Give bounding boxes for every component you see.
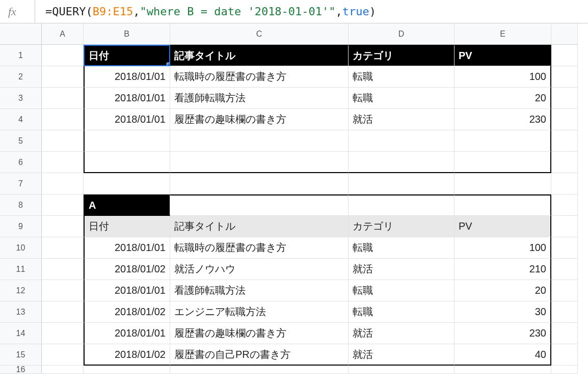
- cell-D9[interactable]: カテゴリ: [349, 216, 455, 237]
- cell-B6[interactable]: [84, 152, 170, 173]
- row-header-5[interactable]: 5: [0, 130, 42, 152]
- row-header-12[interactable]: 12: [0, 280, 42, 301]
- cell-C3[interactable]: 看護師転職方法: [170, 88, 349, 109]
- cell-D3[interactable]: 転職: [349, 88, 455, 109]
- cell-C14[interactable]: 履歴書の趣味欄の書き方: [170, 323, 349, 344]
- row-header-7[interactable]: 7: [0, 173, 42, 194]
- cell-D4[interactable]: 就活: [349, 109, 455, 130]
- row-header-8[interactable]: 8: [0, 194, 42, 216]
- cell-A7[interactable]: [42, 173, 84, 194]
- cell-D16[interactable]: [349, 366, 455, 374]
- cell-E2[interactable]: 100: [455, 66, 551, 88]
- cell-C15[interactable]: 履歴書の自己PRの書き方: [170, 344, 349, 366]
- cell-D5[interactable]: [349, 130, 455, 152]
- cell-F1[interactable]: [551, 45, 578, 66]
- cell-A2[interactable]: [42, 66, 84, 88]
- row-header-6[interactable]: 6: [0, 152, 42, 173]
- cell-D6[interactable]: [349, 152, 455, 173]
- row-header-2[interactable]: 2: [0, 66, 42, 88]
- cell-C6[interactable]: [170, 152, 349, 173]
- cell-C1[interactable]: 記事タイトル: [170, 45, 349, 66]
- cell-A3[interactable]: [42, 88, 84, 109]
- cell-C16[interactable]: [170, 366, 349, 374]
- cell-E3[interactable]: 20: [455, 88, 551, 109]
- cell-D7[interactable]: [349, 173, 455, 194]
- cell-C5[interactable]: [170, 130, 349, 152]
- row-header-13[interactable]: 13: [0, 301, 42, 323]
- formula-input[interactable]: =QUERY(B9:E15,"where B = date '2018-01-0…: [35, 0, 376, 23]
- cell-E4[interactable]: 230: [455, 109, 551, 130]
- cell-A11[interactable]: [42, 259, 84, 280]
- cell-F13[interactable]: [551, 301, 578, 323]
- cell-F16[interactable]: [551, 366, 578, 374]
- cell-E8[interactable]: [455, 194, 551, 216]
- cell-B9[interactable]: 日付: [84, 216, 170, 237]
- cell-A15[interactable]: [42, 344, 84, 366]
- cell-C7[interactable]: [170, 173, 349, 194]
- cell-B16[interactable]: [84, 366, 170, 374]
- cell-C12[interactable]: 看護師転職方法: [170, 280, 349, 301]
- cell-B14[interactable]: 2018/01/01: [84, 323, 170, 344]
- row-header-14[interactable]: 14: [0, 323, 42, 344]
- select-all-corner[interactable]: [0, 23, 42, 45]
- row-header-10[interactable]: 10: [0, 237, 42, 259]
- cell-D15[interactable]: 就活: [349, 344, 455, 366]
- cell-A10[interactable]: [42, 237, 84, 259]
- cell-B13[interactable]: 2018/01/02: [84, 301, 170, 323]
- cell-E16[interactable]: [455, 366, 551, 374]
- cell-E12[interactable]: 20: [455, 280, 551, 301]
- cell-E14[interactable]: 230: [455, 323, 551, 344]
- cell-A16[interactable]: [42, 366, 84, 374]
- cell-F2[interactable]: [551, 66, 578, 88]
- cell-B7[interactable]: [84, 173, 170, 194]
- cell-A1[interactable]: [42, 45, 84, 66]
- cell-E7[interactable]: [455, 173, 551, 194]
- cell-F9[interactable]: [551, 216, 578, 237]
- cell-F12[interactable]: [551, 280, 578, 301]
- cell-B10[interactable]: 2018/01/01: [84, 237, 170, 259]
- cell-F4[interactable]: [551, 109, 578, 130]
- cell-B2[interactable]: 2018/01/01: [84, 66, 170, 88]
- row-header-15[interactable]: 15: [0, 344, 42, 366]
- col-header-B[interactable]: B: [84, 23, 170, 45]
- cell-B11[interactable]: 2018/01/02: [84, 259, 170, 280]
- cell-B15[interactable]: 2018/01/02: [84, 344, 170, 366]
- col-header-E[interactable]: E: [455, 23, 551, 45]
- cell-E5[interactable]: [455, 130, 551, 152]
- spreadsheet-grid[interactable]: A B C D E 1 日付 記事タイトル カテゴリ PV 2 2018/01/…: [0, 23, 588, 387]
- col-header-A[interactable]: A: [42, 23, 84, 45]
- cell-B4[interactable]: 2018/01/01: [84, 109, 170, 130]
- cell-E15[interactable]: 40: [455, 344, 551, 366]
- cell-C9[interactable]: 記事タイトル: [170, 216, 349, 237]
- cell-E11[interactable]: 210: [455, 259, 551, 280]
- cell-F6[interactable]: [551, 152, 578, 173]
- row-header-11[interactable]: 11: [0, 259, 42, 280]
- cell-F14[interactable]: [551, 323, 578, 344]
- cell-D1[interactable]: カテゴリ: [349, 45, 455, 66]
- cell-A5[interactable]: [42, 130, 84, 152]
- cell-D14[interactable]: 就活: [349, 323, 455, 344]
- cell-F11[interactable]: [551, 259, 578, 280]
- cell-A8[interactable]: [42, 194, 84, 216]
- col-header-D[interactable]: D: [349, 23, 455, 45]
- cell-B1[interactable]: 日付: [84, 45, 170, 66]
- cell-D11[interactable]: 就活: [349, 259, 455, 280]
- cell-A14[interactable]: [42, 323, 84, 344]
- cell-F10[interactable]: [551, 237, 578, 259]
- row-header-3[interactable]: 3: [0, 88, 42, 109]
- cell-C4[interactable]: 履歴書の趣味欄の書き方: [170, 109, 349, 130]
- row-header-4[interactable]: 4: [0, 109, 42, 130]
- cell-D12[interactable]: 転職: [349, 280, 455, 301]
- cell-B12[interactable]: 2018/01/01: [84, 280, 170, 301]
- cell-F15[interactable]: [551, 344, 578, 366]
- col-header-blank[interactable]: [551, 23, 578, 45]
- cell-B3[interactable]: 2018/01/01: [84, 88, 170, 109]
- cell-F3[interactable]: [551, 88, 578, 109]
- cell-B8[interactable]: A: [84, 194, 170, 216]
- cell-C2[interactable]: 転職時の履歴書の書き方: [170, 66, 349, 88]
- cell-C8[interactable]: [170, 194, 349, 216]
- row-header-9[interactable]: 9: [0, 216, 42, 237]
- cell-C10[interactable]: 転職時の履歴書の書き方: [170, 237, 349, 259]
- row-header-1[interactable]: 1: [0, 45, 42, 66]
- cell-A9[interactable]: [42, 216, 84, 237]
